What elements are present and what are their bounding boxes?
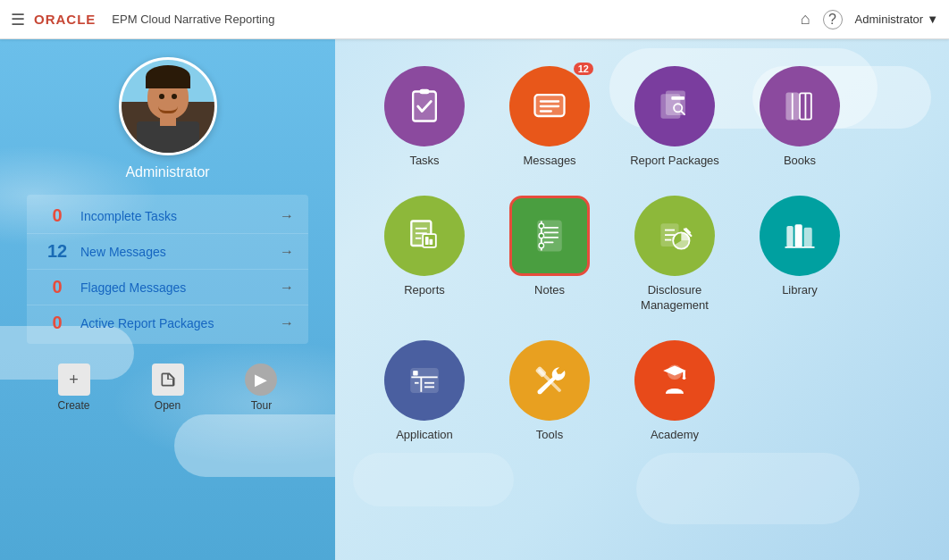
active-report-packages-count: 0 xyxy=(41,313,73,333)
tools-label: Tools xyxy=(536,428,563,443)
application-label: Application xyxy=(396,428,453,443)
active-report-packages-row[interactable]: 0 Active Report Packages → xyxy=(27,305,308,340)
books-label: Books xyxy=(784,154,816,169)
tools-tile[interactable]: Tools xyxy=(496,340,603,443)
tasks-tile[interactable]: Tasks xyxy=(371,66,478,169)
svg-rect-10 xyxy=(671,96,684,100)
reports-tile[interactable]: Reports xyxy=(371,196,478,313)
new-messages-label: New Messages xyxy=(80,245,280,259)
messages-tile[interactable]: 12 Messages xyxy=(496,66,603,169)
svg-rect-23 xyxy=(425,237,429,245)
academy-label: Academy xyxy=(651,428,699,443)
svg-point-33 xyxy=(539,233,544,238)
tour-label: Tour xyxy=(251,399,272,412)
flagged-messages-row[interactable]: 0 Flagged Messages → xyxy=(27,270,308,305)
reports-label: Reports xyxy=(404,283,445,298)
academy-tile[interactable]: Academy xyxy=(621,340,728,443)
messages-badge: 12 xyxy=(574,63,593,75)
svg-point-34 xyxy=(539,243,544,248)
application-tile[interactable]: Application xyxy=(371,340,478,443)
tour-icon: ▶ xyxy=(245,364,277,396)
stats-section: 0 Incomplete Tasks → 12 New Messages → 0… xyxy=(27,195,308,344)
nav-left: ☰ ORACLE EPM Cloud Narrative Reporting xyxy=(11,10,801,29)
flagged-messages-arrow-icon: → xyxy=(280,280,294,296)
disclosure-management-label: DisclosureManagement xyxy=(641,283,709,313)
create-icon: + xyxy=(58,364,90,396)
tasks-icon xyxy=(384,66,465,146)
home-icon[interactable]: ⌂ xyxy=(801,10,810,29)
open-icon xyxy=(152,364,184,396)
messages-label: Messages xyxy=(523,154,575,169)
svg-rect-2 xyxy=(420,89,430,95)
active-report-packages-label: Active Report Packages xyxy=(80,316,280,330)
svg-rect-43 xyxy=(795,224,802,247)
new-messages-arrow-icon: → xyxy=(280,244,294,260)
report-packages-icon xyxy=(634,66,715,146)
library-tile[interactable]: Library xyxy=(746,196,853,313)
svg-rect-57 xyxy=(683,371,685,377)
admin-menu[interactable]: Administrator ▼ xyxy=(855,13,938,26)
library-icon xyxy=(760,196,840,276)
svg-rect-52 xyxy=(413,371,418,376)
disclosure-management-tile[interactable]: DisclosureManagement xyxy=(621,196,728,313)
report-packages-tile[interactable]: Report Packages xyxy=(621,66,728,169)
tour-button[interactable]: ▶ Tour xyxy=(245,364,277,412)
flagged-messages-label: Flagged Messages xyxy=(80,280,280,295)
left-panel: Administrator 0 Incomplete Tasks → 12 Ne… xyxy=(0,39,335,560)
create-button[interactable]: + Create xyxy=(57,364,89,412)
svg-rect-24 xyxy=(430,239,433,245)
incomplete-tasks-label: Incomplete Tasks xyxy=(80,209,280,223)
user-name: Administrator xyxy=(125,164,209,180)
tools-icon xyxy=(509,340,590,421)
svg-point-58 xyxy=(683,376,686,380)
incomplete-tasks-count: 0 xyxy=(41,205,73,226)
main-content: Administrator 0 Incomplete Tasks → 12 Ne… xyxy=(0,39,949,560)
report-packages-label: Report Packages xyxy=(630,154,719,169)
svg-rect-42 xyxy=(786,226,793,247)
open-button[interactable]: Open xyxy=(152,364,184,412)
right-panel: Tasks 12 Messages xyxy=(335,39,949,560)
books-icon xyxy=(760,66,840,146)
messages-icon: 12 xyxy=(509,66,590,146)
svg-rect-0 xyxy=(413,92,436,121)
flagged-messages-count: 0 xyxy=(41,277,73,297)
library-label: Library xyxy=(782,283,818,298)
academy-icon xyxy=(634,340,715,421)
hamburger-menu-icon[interactable]: ☰ xyxy=(11,10,25,29)
reports-icon xyxy=(384,196,465,276)
create-label: Create xyxy=(57,399,89,412)
action-bar: + Create Open ▶ Tour xyxy=(27,355,308,412)
disclosure-management-icon xyxy=(634,196,715,276)
new-messages-count: 12 xyxy=(41,241,73,262)
books-tile[interactable]: Books xyxy=(746,66,853,169)
oracle-logo: ORACLE xyxy=(34,12,96,27)
incomplete-tasks-arrow-icon: → xyxy=(280,208,294,224)
notes-tile[interactable]: Notes xyxy=(496,196,603,313)
svg-point-32 xyxy=(539,223,544,229)
incomplete-tasks-row[interactable]: 0 Incomplete Tasks → xyxy=(27,198,308,234)
help-icon[interactable]: ? xyxy=(823,10,843,29)
active-report-packages-arrow-icon: → xyxy=(280,315,294,331)
application-icon xyxy=(384,340,465,421)
avatar xyxy=(119,57,217,155)
notes-icon xyxy=(509,196,590,276)
open-label: Open xyxy=(155,399,181,412)
nav-right: ⌂ ? Administrator ▼ xyxy=(801,10,938,29)
top-navigation: ☰ ORACLE EPM Cloud Narrative Reporting ⌂… xyxy=(0,0,949,39)
icon-grid: Tasks 12 Messages xyxy=(371,66,853,443)
notes-label: Notes xyxy=(534,283,565,298)
admin-label: Administrator xyxy=(855,13,924,26)
admin-chevron-icon: ▼ xyxy=(927,13,938,26)
tasks-label: Tasks xyxy=(409,154,439,169)
svg-rect-44 xyxy=(804,228,812,247)
app-title: EPM Cloud Narrative Reporting xyxy=(112,13,274,26)
svg-marker-56 xyxy=(663,365,686,375)
new-messages-row[interactable]: 12 New Messages → xyxy=(27,234,308,270)
